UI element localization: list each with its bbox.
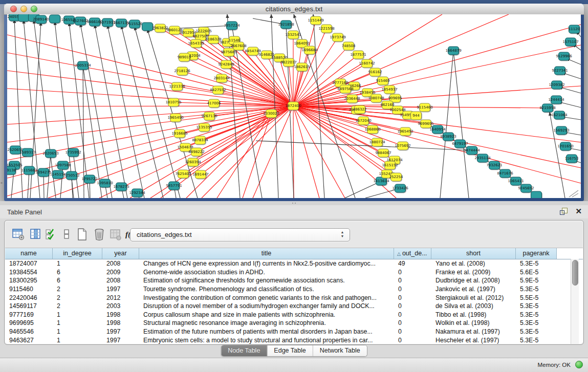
graph-node-teal[interactable]: 1735992 bbox=[65, 148, 81, 157]
column-header-name[interactable]: name bbox=[5, 248, 53, 259]
graph-node-teal[interactable]: 116753 bbox=[565, 155, 579, 163]
graph-node-yellow[interactable]: 1810755 bbox=[165, 98, 181, 106]
graph-node-teal[interactable]: 9227341 bbox=[552, 67, 568, 75]
graph-node-teal[interactable]: 7957224 bbox=[224, 21, 240, 30]
graph-node-yellow[interactable]: 1151449 bbox=[308, 16, 323, 25]
graph-node-teal[interactable]: 1575107 bbox=[562, 38, 578, 46]
table-vertical-scrollbar[interactable] bbox=[571, 259, 579, 344]
graph-node-teal[interactable]: 8471676 bbox=[497, 169, 513, 178]
graph-node-yellow[interactable]: 1075692 bbox=[395, 142, 410, 150]
table-cell: 5.3E-5 bbox=[516, 337, 557, 344]
graph-node-yellow[interactable]: 1880724 bbox=[369, 138, 385, 146]
table-cell: Hescheler et al. (1997) bbox=[431, 337, 516, 344]
graph-node-yellow[interactable]: 486322 bbox=[353, 105, 367, 114]
panel-collapse-marker[interactable]: » bbox=[1, 181, 3, 185]
close-panel-icon[interactable]: ✕ bbox=[575, 207, 582, 215]
column-header-title[interactable]: title bbox=[139, 248, 394, 259]
graph-node-teal[interactable]: 1921858 bbox=[278, 20, 294, 29]
graph-node-yellow[interactable]: 252254 bbox=[389, 173, 403, 181]
graph-node-yellow[interactable]: 748508 bbox=[342, 42, 356, 50]
table-row[interactable]: 1938455462009Genome-wide association stu… bbox=[5, 268, 583, 277]
graph-node-yellow[interactable]: 1135355 bbox=[196, 123, 212, 132]
graph-node-yellow[interactable]: 9115460 bbox=[417, 103, 432, 112]
scrollbar-thumb[interactable] bbox=[572, 260, 578, 286]
graph-node-teal[interactable]: 1664879 bbox=[445, 47, 461, 55]
graph-node-yellow[interactable]: 1332541 bbox=[285, 31, 301, 39]
table-select-dropdown[interactable]: citations_edges.txt ▲▼ bbox=[130, 228, 350, 242]
table-row[interactable]: 946554611997Estimation of the future num… bbox=[5, 327, 583, 336]
graph-node-teal[interactable]: 1733426 bbox=[392, 184, 408, 192]
column-header-out_de[interactable]: △out_de... bbox=[394, 248, 431, 259]
column-header-short[interactable]: short bbox=[431, 248, 516, 259]
graph-node-teal[interactable]: 1115683 bbox=[21, 166, 37, 174]
graph-node-teal[interactable]: 9129966 bbox=[556, 52, 572, 60]
table-body: 1872400712008Changes of HCN gene express… bbox=[5, 259, 583, 344]
table-row[interactable]: 946362711997Embryonic stem cells: a mode… bbox=[5, 336, 583, 344]
stacked-cells-icon[interactable] bbox=[60, 228, 73, 241]
graph-node-teal[interactable]: 8938923 bbox=[440, 133, 456, 141]
graph-node-yellow[interactable]: 1221336 bbox=[169, 82, 185, 91]
new-file-icon[interactable] bbox=[75, 228, 89, 241]
graph-node-teal[interactable]: 1250512 bbox=[63, 171, 79, 180]
table-row[interactable]: 1830029562008Estimation of significance … bbox=[5, 276, 583, 285]
graph-node-yellow[interactable]: 9242848 bbox=[218, 60, 234, 69]
table-row[interactable]: 1456911722003Disruption of a novel membe… bbox=[5, 302, 583, 311]
graph-node-teal[interactable]: 1569293 bbox=[553, 126, 569, 135]
graph-node-yellow[interactable]: 1916685 bbox=[171, 129, 187, 138]
graph-node-yellow[interactable]: 989015 bbox=[178, 53, 191, 61]
table-settings-icon[interactable] bbox=[12, 228, 25, 241]
graph-node-yellow[interactable]: 944 bbox=[411, 112, 422, 120]
graph-node-teal[interactable]: 9245652 bbox=[518, 184, 534, 192]
graph-node-yellow[interactable]: 2718126 bbox=[174, 67, 190, 75]
memory-status-indicator[interactable] bbox=[575, 361, 583, 368]
graph-node-yellow[interactable]: 417006 bbox=[207, 99, 221, 107]
table-row[interactable]: 969969511998Structural magnetic resonanc… bbox=[5, 319, 583, 327]
graph-node-yellow[interactable]: 1260394 bbox=[185, 158, 201, 166]
table-row[interactable]: 2242004622012Investigating the contribut… bbox=[5, 293, 583, 302]
column-header-in_degree[interactable]: in_degree bbox=[53, 248, 102, 259]
graph-node-teal[interactable]: 1678275 bbox=[113, 183, 129, 191]
graph-node-yellow[interactable]: 1877571 bbox=[350, 51, 366, 59]
graph-node-teal[interactable]: 9457791 bbox=[166, 182, 182, 190]
graph-node-teal[interactable]: 39138 bbox=[7, 166, 16, 174]
table-row[interactable]: 977716911998Corpus callosum shape and si… bbox=[5, 311, 583, 319]
graph-node-yellow[interactable]: 2803144 bbox=[213, 74, 230, 82]
graph-node-yellow[interactable]: 1973749 bbox=[330, 33, 345, 41]
graph-node-teal[interactable]: 1701650 bbox=[557, 142, 573, 150]
graph-node-yellow[interactable]: 9267130 bbox=[201, 112, 217, 120]
graph-node-teal[interactable]: 11120 bbox=[569, 25, 580, 33]
graph-node-teal[interactable]: 1621064 bbox=[551, 111, 568, 119]
table-row[interactable]: 1872400712008Changes of HCN gene express… bbox=[5, 259, 583, 268]
graph-node-yellow[interactable]: 1160742 bbox=[359, 59, 375, 68]
graph-node-yellow[interactable]: 916162 bbox=[368, 68, 382, 76]
graph-node-label: 2005334 bbox=[75, 63, 91, 68]
graph-node-teal[interactable]: 1065411 bbox=[508, 177, 524, 185]
graph-node-yellow[interactable]: 7963822 bbox=[152, 24, 168, 32]
window-titlebar[interactable]: citations_edges.txt bbox=[4, 4, 584, 15]
column-header-pagerank[interactable]: pagerank bbox=[516, 248, 557, 259]
graph-node-yellow[interactable]: 915469 bbox=[376, 77, 390, 85]
pane-divider[interactable] bbox=[0, 201, 588, 205]
tab-node-table[interactable]: Node Table bbox=[221, 345, 267, 356]
tab-edge-table[interactable]: Edge Table bbox=[267, 345, 312, 356]
column-header-year[interactable]: year bbox=[102, 248, 139, 259]
graph-node-yellow[interactable]: 1221598 bbox=[318, 25, 334, 33]
show-column-icon[interactable] bbox=[29, 228, 42, 241]
trash-icon[interactable] bbox=[93, 228, 106, 241]
graph-node-yellow[interactable]: 1965490 bbox=[167, 114, 183, 122]
graph-node-teal[interactable] bbox=[18, 14, 29, 21]
graph-node-yellow[interactable]: 1068860 bbox=[364, 125, 380, 134]
graph-node-yellow[interactable]: 1672040 bbox=[355, 117, 371, 125]
network-graph[interactable]: 2405572089140106552815276029466160107191… bbox=[7, 14, 581, 198]
float-panel-icon[interactable] bbox=[560, 207, 568, 215]
select-rows-icon[interactable] bbox=[45, 228, 58, 241]
tab-network-table[interactable]: Network Table bbox=[313, 345, 367, 356]
network-canvas[interactable]: 2405572089140106552815276029466160107191… bbox=[7, 14, 581, 198]
graph-node-teal[interactable]: 8215958 bbox=[539, 104, 555, 112]
graph-node-teal[interactable] bbox=[50, 15, 60, 23]
table-cell: 9465546 bbox=[5, 328, 53, 335]
graph-node-teal[interactable] bbox=[531, 191, 542, 198]
graph-node-teal[interactable] bbox=[142, 23, 153, 31]
table-row[interactable]: 911546021997Tourette syndrome. Phenomeno… bbox=[5, 285, 583, 294]
graph-node-teal[interactable]: 7832621 bbox=[486, 161, 502, 169]
